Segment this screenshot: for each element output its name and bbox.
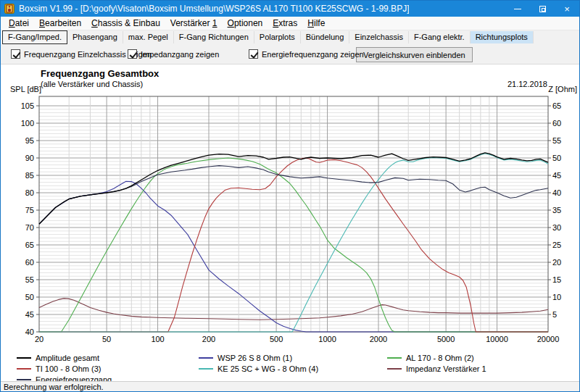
- tab-phasengang[interactable]: Phasengang: [67, 31, 123, 43]
- legend-swatch: [17, 368, 31, 370]
- legend-label: TI 100 - 8 Ohm (3): [36, 364, 101, 373]
- menu-item-hilfe[interactable]: Hilfe: [302, 17, 330, 29]
- y-right-tick-label: 30: [552, 223, 561, 232]
- y-left-tick-label: 55: [25, 275, 34, 284]
- x-tick-label: 10000: [486, 335, 508, 343]
- legend-item-impedanz-verst-rker-1: Impedanz Verstärker 1: [387, 363, 486, 374]
- y-right-tick-label: 5: [552, 310, 557, 319]
- chart-subtitle: (alle Verstärker und Chassis): [41, 80, 143, 88]
- legend-item-al-170-8-ohm-2: AL 170 - 8 Ohm (2): [387, 352, 486, 363]
- legend-column-3: AL 170 - 8 Ohm (2)Impedanz Verstärker 1: [387, 352, 486, 374]
- legend-label: Impedanz Verstärker 1: [406, 364, 486, 373]
- legend-swatch: [387, 357, 402, 359]
- x-tick-label: 1000: [318, 335, 336, 343]
- y-left-axis-title: SPL [dB]: [10, 85, 41, 93]
- window-controls: ×: [505, 1, 579, 17]
- y-left-tick-label: 90: [25, 154, 34, 162]
- y-right-tick-label: 55: [552, 136, 561, 145]
- menu-item-chassis-einbau[interactable]: Chassis & Einbau: [86, 17, 165, 29]
- legend-column-1: Amplitude gesamtTI 100 - 8 Ohm (3)Energi…: [17, 352, 112, 385]
- plot-frame: [39, 96, 548, 332]
- checkbox-label: Energiefrequenzgang zeigen: [262, 50, 364, 59]
- x-tick-label: 5000: [437, 335, 455, 343]
- legend-label: WSP 26 S 8 Ohm (1): [218, 354, 292, 362]
- menu-item-datei[interactable]: Datei: [4, 17, 34, 29]
- curve-ke-25-sc-wg-8-ohm-4: [39, 154, 548, 332]
- legend-item-amplitude-gesamt: Amplitude gesamt: [17, 352, 112, 363]
- x-tick-label: 2000: [370, 335, 387, 343]
- menu-item-extras[interactable]: Extras: [268, 17, 302, 29]
- window-title: Boxsim V1.99 - [D:\goofy\Visaton\Boxsim …: [19, 4, 409, 14]
- checkbox-energiefrequenzgang-zeigen[interactable]: [249, 49, 258, 59]
- legend-swatch: [17, 357, 31, 359]
- boxsim-window: Boxsim V1.99 - [D:\goofy\Visaton\Boxsim …: [0, 0, 580, 392]
- tab-polarplots[interactable]: Polarplots: [254, 31, 301, 43]
- y-left-tick-label: 80: [25, 188, 34, 197]
- y-left-tick-label: 75: [25, 206, 34, 214]
- y-right-tick-label: 40: [552, 188, 561, 197]
- maximize-button[interactable]: [530, 1, 555, 17]
- app-icon: [4, 4, 14, 14]
- options-row: Vergleichskurven einblenden Frequenzgang…: [1, 44, 579, 64]
- y-right-tick-label: 15: [552, 275, 561, 284]
- curve-energiefrequenzgang: [39, 166, 548, 225]
- legend-item-ti-100-8-ohm-3: TI 100 - 8 Ohm (3): [17, 363, 112, 374]
- menu-item-optionen[interactable]: Optionen: [223, 17, 268, 29]
- tab-f-gang-richtungen[interactable]: F-Gang Richtungen: [174, 31, 254, 43]
- checkbox-impedanzgang-zeigen[interactable]: [128, 49, 137, 59]
- y-left-tick-label: 65: [25, 241, 34, 249]
- tab-bar: F-Gang/Imped.Phasengangmax. PegelF-Gang …: [2, 30, 580, 44]
- tab-einzelchassis[interactable]: Einzelchassis: [349, 31, 409, 43]
- tab-f-gang-imped[interactable]: F-Gang/Imped.: [2, 30, 67, 44]
- y-left-tick-label: 50: [25, 293, 34, 301]
- frequency-response-plot: 1051009590858075706560555045406560555045…: [1, 64, 580, 381]
- close-button[interactable]: ×: [555, 1, 579, 17]
- chart-date: 21.12.2018: [508, 80, 547, 88]
- minimize-icon: [514, 9, 521, 9]
- x-tick-label: 500: [270, 335, 283, 343]
- legend-label: KE 25 SC + WG - 8 Ohm (4): [218, 364, 318, 373]
- status-text: Berechnung war erfolgreich.: [4, 383, 104, 391]
- close-icon: ×: [564, 4, 570, 14]
- tab-b-ndelung[interactable]: Bündelung: [301, 31, 350, 43]
- checkbox-group-energiefrequenzgang-zeigen[interactable]: Energiefrequenzgang zeigen: [249, 49, 364, 59]
- x-tick-label: 50: [102, 335, 111, 343]
- legend-label: AL 170 - 8 Ohm (2): [406, 354, 474, 362]
- y-right-tick-label: 65: [552, 101, 561, 110]
- y-right-tick-label: 20: [552, 258, 561, 267]
- legend-swatch: [199, 357, 213, 359]
- tab-richtungsplots[interactable]: Richtungsplots: [471, 31, 534, 43]
- checkbox-frequenzgang-einzelchassis-zeigen[interactable]: [11, 49, 20, 59]
- y-left-tick-label: 40: [25, 328, 34, 336]
- status-bar: Berechnung war erfolgreich.: [1, 381, 579, 392]
- y-left-tick-label: 85: [25, 171, 34, 180]
- menu-bar: DateiBearbeitenChassis & EinbauVerstärke…: [1, 17, 579, 30]
- y-left-tick-label: 95: [25, 136, 34, 145]
- tab-f-gang-elektr[interactable]: F-Gang elektr.: [409, 31, 471, 43]
- legend-label: Amplitude gesamt: [36, 354, 99, 362]
- y-right-tick-label: 25: [552, 241, 561, 249]
- y-right-axis-title: Z [Ohm]: [548, 85, 577, 93]
- y-left-tick-label: 100: [21, 119, 34, 128]
- legend-column-2: WSP 26 S 8 Ohm (1)KE 25 SC + WG - 8 Ohm …: [199, 352, 318, 374]
- checkbox-label: Impedanzgang zeigen: [141, 50, 219, 59]
- chart-title: Frequenzgang Gesamtbox: [41, 68, 159, 79]
- menu-item-bearbeiten[interactable]: Bearbeiten: [34, 17, 86, 29]
- legend-item-ke-25-sc-wg-8-ohm-4: KE 25 SC + WG - 8 Ohm (4): [199, 363, 318, 374]
- tab-max-pegel[interactable]: max. Pegel: [123, 31, 174, 43]
- legend-swatch: [17, 379, 31, 380]
- minimize-button[interactable]: [505, 1, 530, 17]
- menu-item-verst-rker-1[interactable]: Verstärker 1: [165, 17, 223, 29]
- y-left-tick-label: 45: [25, 310, 34, 319]
- y-left-tick-label: 70: [25, 223, 34, 232]
- checkbox-group-impedanzgang-zeigen[interactable]: Impedanzgang zeigen: [128, 49, 219, 59]
- x-tick-label: 20: [35, 335, 44, 343]
- compare-curves-button[interactable]: Vergleichskurven einblenden: [356, 47, 473, 62]
- x-tick-label: 100: [151, 335, 164, 343]
- legend-swatch: [387, 368, 402, 370]
- x-tick-label: 20000: [537, 335, 560, 343]
- y-left-tick-label: 105: [21, 101, 34, 110]
- y-right-tick-label: 50: [552, 154, 561, 162]
- curve-impedanz-verst-rker-1: [39, 299, 548, 320]
- maximize-icon: [539, 6, 546, 12]
